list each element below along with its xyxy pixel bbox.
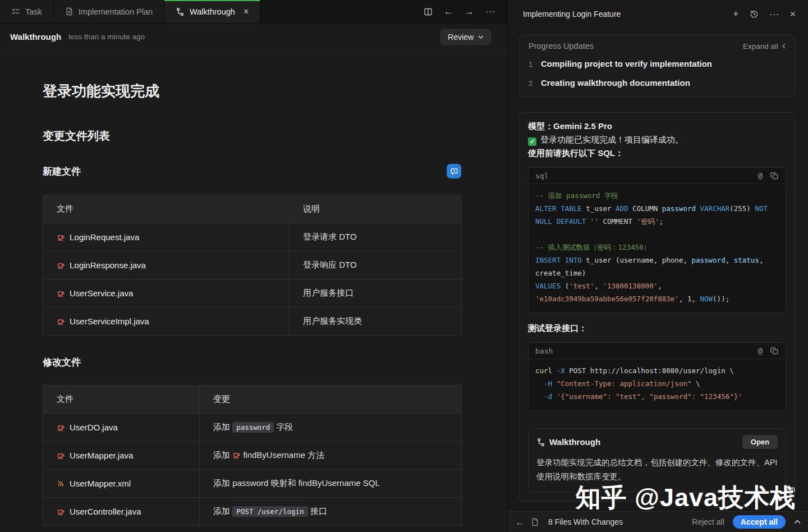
close-panel-icon[interactable]: × — [789, 9, 796, 19]
new-files-table: 文件说明LoginRequest.java登录请求 DTOLoginRespon… — [43, 195, 462, 336]
table-row: LoginRequest.java登录请求 DTO — [43, 223, 462, 251]
progress-item[interactable]: 2Creating walkthrough documentation — [529, 78, 786, 88]
split-editor-icon[interactable] — [424, 7, 433, 16]
code-token: , — [726, 256, 734, 264]
copy-icon[interactable] — [770, 172, 779, 180]
sql-intro-line: 使用前请执行以下 SQL： — [528, 146, 786, 160]
close-tab-icon[interactable]: × — [244, 7, 249, 16]
code-token — [552, 366, 557, 375]
document-body: 登录功能实现完成 变更文件列表 新建文件 文件说明LoginRequest.ja… — [0, 51, 507, 532]
column-header: 文件 — [43, 195, 290, 223]
chevron-down-icon — [478, 35, 484, 39]
java-file-icon — [57, 289, 65, 297]
assistant-header: Implementing Login Feature + ··· × — [508, 0, 808, 28]
column-header: 说明 — [290, 195, 462, 223]
file-name[interactable]: UserController.java — [70, 507, 141, 516]
new-chat-icon[interactable]: + — [733, 9, 739, 19]
back-icon[interactable]: ← — [444, 7, 453, 16]
code-token — [696, 204, 700, 213]
progress-item[interactable]: 1Compiling project to verify implementat… — [529, 59, 786, 68]
column-header: 变更 — [200, 386, 462, 414]
code-token: '13800138000' — [603, 282, 658, 290]
tab-bar-spacer — [260, 0, 411, 23]
reject-all-button[interactable]: Reject all — [692, 517, 724, 526]
file-cell: UserServiceImpl.java — [43, 308, 290, 336]
mention-icon[interactable]: @ — [758, 346, 763, 355]
table-row: UserController.java添加 POST /user/login 接… — [43, 498, 462, 526]
column-header: 文件 — [43, 386, 200, 414]
document-header: Walkthrough less than a minute ago Revie… — [0, 24, 507, 51]
previous-file-icon[interactable]: ← — [515, 517, 525, 527]
more-options-icon[interactable]: ··· — [769, 9, 779, 19]
code-token: ALTER TABLE — [535, 204, 582, 213]
walkthrough-icon — [536, 438, 545, 447]
tab-task[interactable]: Task — [0, 0, 54, 23]
code-token: ()); — [713, 295, 729, 303]
code-token: 'test' — [569, 282, 594, 290]
java-file-icon — [232, 451, 241, 459]
history-icon[interactable] — [750, 10, 759, 19]
review-button[interactable]: Review — [440, 29, 491, 45]
code-token: NOT — [755, 204, 768, 213]
code-token: password — [691, 256, 725, 264]
file-name[interactable]: UserMapper.xml — [70, 479, 131, 488]
file-cell: UserDO.java — [43, 414, 200, 442]
file-cell: UserService.java — [43, 279, 290, 308]
status-line: ✓登录功能已实现完成！项目编译成功。 — [528, 133, 786, 146]
code-token: (255) — [729, 204, 755, 213]
progress-item-text: Compiling project to verify implementati… — [541, 59, 712, 68]
code-token: password — [662, 204, 696, 213]
model-line: 模型：Gemini 2.5 Pro — [528, 120, 786, 133]
code-token: , — [759, 256, 764, 264]
code-token: -- 添加 password 字段 — [535, 191, 618, 200]
code-token: '密码' — [637, 217, 659, 226]
file-name[interactable]: UserServiceImpl.java — [70, 317, 149, 326]
code-token — [552, 379, 557, 388]
description-cell: 用户服务实现类 — [290, 308, 462, 336]
comment-plus-icon — [450, 167, 458, 176]
code-token: t_user (username, phone, — [582, 256, 692, 264]
bash-code-block: bash @ curl -X POST http://localhost:808… — [528, 342, 786, 411]
file-name[interactable]: UserMapper.java — [70, 451, 133, 460]
file-name[interactable]: UserDO.java — [70, 423, 118, 432]
inline-code-chip: POST /user/login — [232, 506, 307, 517]
open-button[interactable]: Open — [742, 435, 778, 449]
code-token: INSERT INTO — [535, 256, 582, 264]
add-comment-button[interactable] — [447, 164, 461, 178]
progress-item-text: Creating walkthrough documentation — [541, 78, 690, 88]
xml-file-icon — [57, 479, 65, 488]
forward-icon[interactable]: → — [465, 7, 474, 16]
code-token — [535, 379, 544, 388]
code-token: COLUMN — [628, 204, 662, 213]
code-token: 'e10adc3949ba59abbe56e057f20f883e' — [535, 295, 679, 303]
table-row: UserDO.java添加 password 字段 — [43, 414, 462, 442]
code-token: COMMENT — [599, 217, 637, 226]
chevron-up-icon[interactable] — [794, 520, 801, 524]
file-icon — [531, 518, 539, 526]
tab-implementation-plan[interactable]: Implementation Plan — [54, 0, 164, 23]
code-token: , — [658, 282, 662, 290]
tab-walkthrough[interactable]: Walkthrough × — [164, 0, 260, 23]
code-token: create_time) — [535, 269, 586, 277]
mention-icon[interactable]: @ — [758, 171, 763, 180]
tab-bar: Task Implementation Plan Walkthrough × ←… — [0, 0, 507, 24]
file-name[interactable]: LoginRequest.java — [70, 232, 139, 242]
file-name[interactable]: LoginResponse.java — [70, 260, 146, 270]
copy-icon[interactable] — [770, 347, 779, 355]
code-token: ( — [561, 282, 569, 290]
tab-label: Task — [25, 7, 42, 16]
task-icon — [11, 7, 20, 16]
progress-item-number: 1 — [529, 60, 534, 68]
assistant-panel: Implementing Login Feature + ··· × Progr… — [508, 0, 808, 532]
tab-label: Walkthrough — [190, 7, 235, 16]
code-reference-link[interactable]: findByUsername — [232, 450, 305, 460]
java-file-icon — [57, 451, 65, 460]
code-token: NOW — [700, 295, 713, 303]
file-name[interactable]: UserService.java — [70, 288, 133, 298]
more-actions-icon[interactable]: ··· — [485, 6, 495, 17]
code-token: -d — [544, 392, 552, 401]
chevron-left-icon — [782, 43, 786, 49]
java-file-icon — [57, 317, 65, 325]
accept-all-button[interactable]: Accept all — [733, 515, 786, 529]
expand-all-button[interactable]: Expand all — [743, 42, 786, 51]
